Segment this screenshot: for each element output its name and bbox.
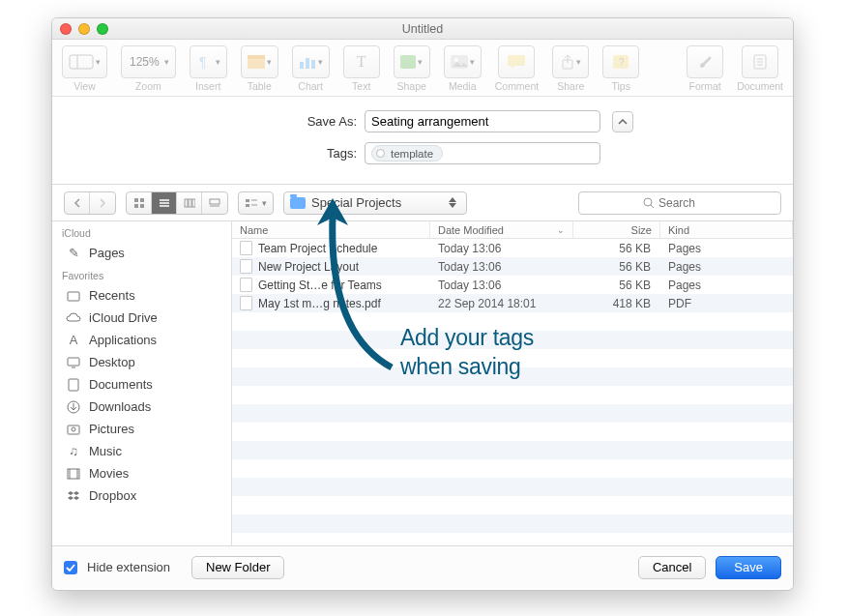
table-row: [232, 349, 793, 367]
svg-rect-20: [140, 198, 144, 202]
grouping-popup[interactable]: ▾: [238, 191, 274, 215]
tips-button[interactable]: ?: [602, 45, 639, 78]
svg-point-10: [454, 58, 458, 62]
tags-label: Tags:: [212, 146, 357, 161]
tips-icon: ?: [613, 55, 629, 69]
dropbox-icon: [66, 490, 81, 502]
check-icon: [66, 564, 75, 572]
comment-button[interactable]: [498, 45, 535, 78]
forward-button[interactable]: [90, 192, 115, 214]
cancel-button[interactable]: Cancel: [638, 556, 706, 579]
zoom-button[interactable]: 125% ▾: [121, 45, 176, 78]
minimize-window-button[interactable]: [78, 23, 90, 35]
share-button[interactable]: ▾: [552, 45, 589, 78]
view-button[interactable]: ▾: [62, 45, 107, 78]
svg-rect-28: [192, 199, 195, 207]
file-rows: Team Project ScheduleToday 13:0656 KBPag…: [232, 239, 793, 545]
insert-button[interactable]: ¶ ▾: [190, 45, 227, 78]
save-as-label: Save As:: [212, 114, 357, 129]
hide-extension-checkbox[interactable]: [64, 561, 77, 574]
save-as-field[interactable]: [365, 110, 600, 132]
table-button[interactable]: ▾: [241, 45, 278, 78]
text-button[interactable]: T: [343, 45, 380, 78]
folder-popup[interactable]: Special Projects: [283, 191, 467, 215]
window-title: Untitled: [52, 22, 793, 36]
folder-icon: [290, 197, 306, 209]
col-name[interactable]: Name: [232, 221, 430, 238]
tags-field[interactable]: template: [365, 142, 600, 164]
brush-icon: [697, 54, 713, 70]
folder-name: Special Projects: [311, 195, 401, 210]
search-input[interactable]: [658, 196, 716, 210]
file-size: 56 KB: [573, 242, 660, 255]
document-button[interactable]: [742, 45, 778, 78]
collapse-button[interactable]: [612, 111, 633, 132]
search-field[interactable]: [578, 191, 781, 215]
svg-rect-8: [400, 55, 416, 69]
svg-rect-5: [300, 62, 304, 69]
toolbar: ▾ View 125% ▾ Zoom ¶ ▾ Insert ▾ Table: [52, 40, 793, 97]
table-row: [232, 441, 793, 459]
media-label: Media: [449, 80, 477, 92]
app-icon: ✎: [66, 246, 81, 260]
table-row[interactable]: Team Project ScheduleToday 13:0656 KBPag…: [232, 239, 793, 257]
sidebar-item-dropbox[interactable]: Dropbox: [52, 484, 231, 507]
sidebar-item-recents[interactable]: Recents: [52, 284, 231, 307]
sidebar-section-icloud: iCloud: [52, 221, 231, 242]
back-button[interactable]: [65, 192, 90, 214]
col-date[interactable]: Date Modified⌄: [430, 221, 573, 238]
save-as-input[interactable]: [371, 114, 594, 129]
chart-button[interactable]: ▾: [292, 45, 330, 78]
file-name: May 1st m…g notes.pdf: [258, 297, 381, 310]
table-row[interactable]: Getting St…e for TeamsToday 13:0656 KBPa…: [232, 276, 793, 294]
column-view-button[interactable]: [177, 192, 202, 214]
table-row[interactable]: New Project LayoutToday 13:0656 KBPages: [232, 257, 793, 276]
table-row: [232, 331, 793, 349]
view-label: View: [73, 80, 96, 92]
svg-point-43: [72, 427, 75, 431]
sidebar-item-pictures[interactable]: Pictures: [52, 418, 231, 440]
table-row: [232, 459, 793, 478]
file-icon: [240, 259, 252, 274]
svg-text:?: ?: [619, 57, 625, 68]
applications-icon: A: [66, 333, 81, 347]
table-row: [232, 312, 793, 331]
sidebar-item-desktop[interactable]: Desktop: [52, 351, 231, 373]
close-window-button[interactable]: [60, 23, 72, 35]
sidebar-item-applications[interactable]: AApplications: [52, 329, 231, 351]
col-kind[interactable]: Kind: [660, 221, 793, 238]
coverflow-view-button[interactable]: [202, 192, 227, 214]
svg-rect-42: [68, 425, 79, 434]
sidebar-item-downloads[interactable]: Downloads: [52, 396, 231, 418]
sidebar-item-movies[interactable]: Movies: [52, 462, 231, 484]
shape-button[interactable]: ▾: [394, 45, 430, 78]
save-button[interactable]: Save: [716, 556, 781, 579]
new-folder-button[interactable]: New Folder: [191, 556, 284, 579]
media-button[interactable]: ▾: [444, 45, 482, 78]
sidebar-item-label: Pictures: [89, 422, 134, 436]
hide-extension-label: Hide extension: [87, 560, 170, 574]
sidebar-item-label: Pages: [89, 246, 125, 260]
table-row: [232, 514, 793, 533]
file-kind: Pages: [660, 242, 793, 255]
sidebar-item-iclouddrive[interactable]: iCloud Drive: [52, 307, 231, 329]
col-size[interactable]: Size: [573, 221, 660, 238]
zoom-window-button[interactable]: [97, 23, 108, 35]
icon-view-button[interactable]: [127, 192, 152, 214]
column-headers: Name Date Modified⌄ Size Kind: [232, 221, 793, 239]
file-kind: Pages: [660, 260, 793, 274]
format-button[interactable]: [687, 45, 723, 78]
table-row[interactable]: May 1st m…g notes.pdf22 Sep 2014 18:0141…: [232, 294, 793, 312]
sidebar-item-music[interactable]: ♫Music: [52, 440, 231, 462]
media-icon: [451, 55, 468, 69]
file-kind: PDF: [660, 297, 793, 310]
sidebar-item-pages[interactable]: ✎Pages: [52, 242, 231, 264]
sidebar-item-label: Documents: [89, 377, 153, 392]
file-kind: Pages: [660, 279, 793, 292]
table-icon: [248, 55, 265, 69]
table-row: [232, 386, 793, 404]
sidebar-item-documents[interactable]: Documents: [52, 373, 231, 396]
tag-pill[interactable]: template: [371, 145, 443, 161]
list-view-button[interactable]: [152, 192, 177, 214]
svg-rect-21: [134, 204, 138, 208]
